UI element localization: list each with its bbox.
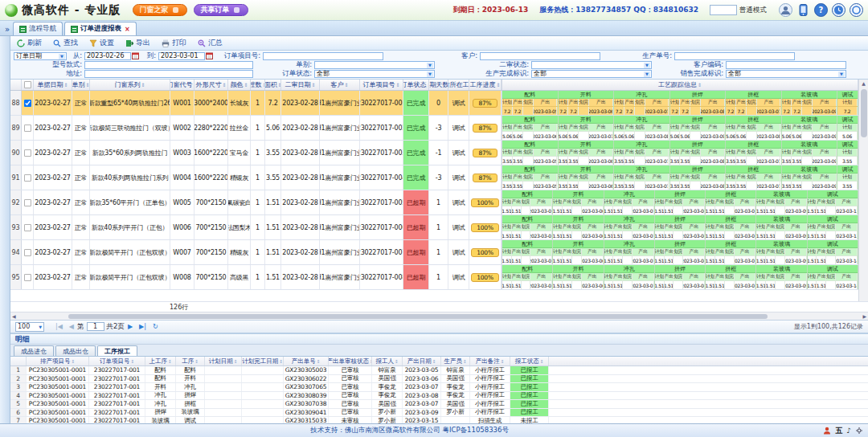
tray-user-icon[interactable] (823, 427, 831, 435)
column-header-status[interactable]: 订单状态 (403, 80, 429, 90)
column-header-process[interactable]: 工艺跟踪信息 (502, 80, 858, 90)
column-header-series[interactable]: 门窗系列 (90, 80, 170, 90)
row-checkbox[interactable] (23, 198, 31, 206)
date-field-select[interactable]: 订单日期 (14, 52, 67, 60)
horizontal-scrollbar[interactable]: ◀ ▶ (10, 312, 868, 320)
prev-page-button[interactable]: ◀ (69, 323, 74, 330)
detail-row[interactable]: 5PC230305001-0001230227017-001冲孔拼框GX2303… (10, 400, 868, 409)
address-input[interactable] (84, 70, 253, 78)
column-header-type[interactable]: 单别 (72, 80, 90, 90)
detail-column-header[interactable]: 计划日期 (205, 357, 242, 366)
detail-column-header[interactable]: 产出单审核状态 (329, 357, 372, 366)
page-number-input[interactable]: 1 (87, 322, 104, 331)
detail-column-header[interactable]: 计划完工日期 (242, 357, 284, 366)
column-header-review[interactable]: 二审日期 (281, 80, 320, 90)
share-order-button[interactable]: 共享订单 (194, 4, 248, 16)
next-page-button[interactable]: ▶ (128, 323, 133, 330)
table-row[interactable]: 892023-02-27正常新款极简三联动推拉门（双玻）W0022280*222… (10, 116, 858, 141)
column-header-progress[interactable]: 工序进度 (469, 80, 502, 90)
customer-code-input[interactable] (726, 61, 846, 69)
type-select[interactable] (314, 61, 435, 69)
table-row[interactable]: 942023-02-27正常新款极简平开门（正包双玻）W007700*2150精… (10, 240, 858, 265)
tray-settings-icon[interactable] (855, 427, 863, 435)
table-row[interactable]: 912023-02-27正常新款40系列两轨推拉门系列W0041600*2220… (10, 165, 858, 190)
scroll-up-icon[interactable]: ▲ (862, 80, 866, 88)
last-page-button[interactable]: ▶| (139, 323, 146, 330)
tab-close-icon[interactable]: × (125, 26, 130, 33)
first-page-button[interactable]: |◀ (55, 323, 63, 330)
page-size-select[interactable]: 100 (15, 322, 44, 332)
phone-icon[interactable] (796, 3, 810, 17)
mode-input[interactable] (710, 5, 737, 15)
collapsed-sidebar[interactable] (0, 36, 10, 423)
refresh-button[interactable]: 刷新 (17, 38, 42, 48)
door-home-button[interactable]: 门窗之家 (133, 4, 187, 16)
sales-done-select[interactable]: 全部 (726, 70, 846, 78)
column-header-stage[interactable]: 当前所在工序 (448, 80, 469, 90)
detail-column-header[interactable]: 产出单号 (284, 357, 329, 366)
detail-row[interactable]: 2PC230305001-0001230227017-001配料开料GX2303… (10, 375, 868, 384)
detail-row[interactable]: 3PC230305001-0001230227017-001开料冲孔GX2303… (10, 383, 868, 392)
row-checkbox[interactable] (23, 248, 31, 255)
summary-button[interactable]: 汇总 (198, 38, 223, 48)
scroll-right-icon[interactable]: ▶ (862, 313, 866, 319)
scroll-left-icon[interactable]: ◀ (12, 313, 16, 319)
detail-row[interactable]: 1PC230305001-0001230227017-001配料配料GX2303… (10, 366, 868, 375)
reload-icon[interactable]: ↻ (153, 323, 158, 330)
collapse-nav-icon[interactable]: » (2, 25, 13, 35)
order-no-input[interactable] (263, 52, 383, 60)
tab-process-report[interactable]: 工序报工 (97, 345, 137, 356)
row-checkbox[interactable] (23, 223, 31, 231)
table-row[interactable]: 952023-02-27正常新款极简平开门（正包双玻）W008700*2150高… (10, 265, 858, 290)
detail-column-header[interactable]: 排产项目号 (27, 357, 89, 366)
power-icon[interactable] (850, 3, 863, 17)
prod-no-input[interactable] (674, 52, 795, 60)
detail-column-header[interactable]: 报工状态 (510, 357, 549, 366)
column-header-date[interactable]: 单据日期 (34, 80, 72, 90)
row-checkbox[interactable] (23, 149, 31, 156)
row-checkbox[interactable] (23, 273, 31, 280)
select-all-checkbox[interactable] (23, 81, 31, 88)
user-avatar-icon[interactable] (779, 3, 792, 17)
ime-indicator[interactable]: 五 (835, 426, 842, 436)
table-row[interactable]: 932023-02-27正常新款40系列平开门（正包）W006700*2150法… (10, 215, 858, 240)
model-input[interactable] (84, 61, 253, 69)
calendar-icon[interactable] (132, 52, 139, 59)
table-row[interactable]: 922023-02-27正常新款35*60平开门（正单包）W005700*215… (10, 190, 858, 215)
detail-column-header[interactable]: 生产员 (441, 357, 470, 366)
prod-done-select[interactable]: 全部 (531, 70, 652, 78)
column-header-color[interactable]: 颜色 (228, 80, 251, 90)
column-header-size[interactable]: 外形尺寸 (194, 80, 228, 90)
to-date-input[interactable]: 2023-03-01 (158, 52, 205, 60)
volume-icon[interactable]: ♪ (846, 427, 851, 435)
order-status-select[interactable]: 全部 (314, 70, 435, 78)
table-row[interactable]: 902023-02-27正常新款35*60系列两轨推拉门W0031600*222… (10, 141, 858, 165)
detail-column-header[interactable]: 产出备注 (470, 357, 510, 366)
row-checkbox[interactable] (23, 99, 31, 106)
detail-column-header[interactable]: 产出日期 (403, 357, 441, 366)
detail-row[interactable]: 7PC230305001-0001230227017-001装玻璃调试GX230… (10, 417, 868, 423)
export-button[interactable]: 导出 (125, 38, 150, 48)
vertical-scrollbar[interactable]: ▲ (858, 80, 868, 301)
help-icon[interactable]: ? (814, 3, 828, 17)
tab-order-progress[interactable]: 订单进度报表 × (64, 22, 137, 35)
tab-process-nav[interactable]: 流程导航 (13, 22, 63, 35)
tab-finished-in[interactable]: 成品进仓 (14, 345, 54, 356)
detail-row[interactable]: 4PC230305001-0001230227017-001冲孔拼焊GX2303… (10, 392, 868, 401)
calendar-icon[interactable] (206, 52, 213, 59)
review-status-select[interactable] (531, 61, 652, 69)
scrollbar-thumb[interactable] (861, 89, 867, 137)
print-button[interactable]: 打印 (162, 38, 186, 48)
find-button[interactable]: 查找 (53, 38, 78, 48)
tab-finished-out[interactable]: 成品出仓 (55, 345, 96, 356)
column-header-order[interactable]: 订单项目号 (360, 80, 403, 90)
column-header-qty[interactable]: 樘数 (251, 80, 265, 90)
detail-column-header[interactable]: 工序 (176, 357, 205, 366)
column-header-customer[interactable]: 客户 (320, 80, 360, 90)
settings-button[interactable]: 设置 (89, 38, 114, 48)
detail-column-header[interactable]: 上工序 (145, 357, 176, 366)
from-date-input[interactable]: 2023-02-26 (84, 52, 131, 60)
detail-column-header[interactable]: 报工人 (372, 357, 403, 366)
customer-input[interactable] (480, 52, 600, 60)
row-checkbox[interactable] (23, 174, 31, 181)
